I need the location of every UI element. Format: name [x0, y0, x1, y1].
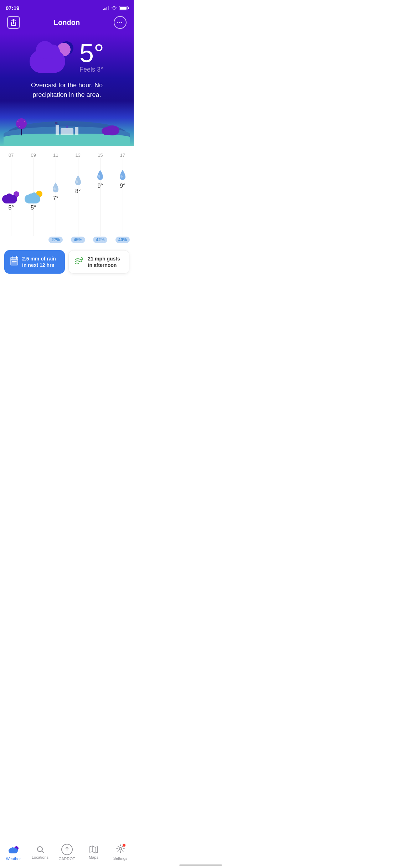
- signal-icon: [103, 6, 109, 10]
- hero-section: 5° Feels 3° Overcast for the hour. No pr…: [0, 33, 134, 146]
- raindrop-icon-15: [95, 169, 105, 182]
- wind-card-text: 21 mph gusts in afternoon: [88, 255, 124, 268]
- hour-column-07: 07 5°: [0, 150, 22, 246]
- weather-icon: [30, 41, 72, 73]
- raindrop-icon-11: [51, 182, 61, 195]
- hour-label: 17: [120, 150, 125, 158]
- temperature-value: 5°: [79, 40, 104, 66]
- temperature-block: 5° Feels 3°: [79, 40, 104, 73]
- raindrop-icon-13: [73, 175, 83, 187]
- hour-column-11: 11 7° 27%: [45, 150, 67, 246]
- rain-card-text: 2.5 mm of rain in next 12 hrs: [22, 255, 59, 268]
- raindrop-icon-17: [118, 169, 128, 182]
- precip-15: 42%: [93, 237, 107, 243]
- status-icons: [103, 5, 128, 11]
- hour-label: 15: [98, 150, 103, 158]
- info-cards: 2.5 mm of rain in next 12 hrs 21 mph gus…: [0, 246, 134, 278]
- hour-temp-15: 9°: [98, 183, 103, 189]
- hour-temp-09: 5°: [31, 205, 36, 211]
- status-bar: 07:19: [0, 0, 134, 13]
- hour-column-17: 17 9° 40%: [112, 150, 134, 246]
- svg-rect-4: [11, 257, 18, 265]
- more-icon: •••: [117, 21, 123, 25]
- landscape-illustration: • • •: [11, 110, 123, 146]
- rain-card-icon: [10, 256, 19, 268]
- hour-label: 07: [9, 150, 14, 158]
- battery-icon: [119, 6, 128, 10]
- hour-temp-17: 9°: [120, 183, 125, 189]
- share-button[interactable]: [7, 16, 20, 29]
- hour-column-15: 15 9° 42%: [89, 150, 112, 246]
- feels-like: Feels 3°: [79, 66, 104, 73]
- weather-main: 5° Feels 3°: [11, 40, 123, 73]
- hourly-chart: 07 5° 09: [0, 146, 134, 246]
- precip-17: 40%: [115, 237, 130, 243]
- precip-11: 27%: [48, 237, 63, 243]
- hour-temp-13: 8°: [75, 188, 81, 195]
- weather-description: Overcast for the hour. No precipitation …: [11, 81, 123, 107]
- wind-card-icon: [74, 257, 84, 267]
- hour-column-13: 13 8° 45%: [67, 150, 89, 246]
- hourly-section[interactable]: 07 5° 09: [0, 146, 134, 278]
- cloud-icon: [30, 50, 65, 73]
- wifi-icon: [111, 5, 117, 11]
- app-header: London •••: [0, 13, 134, 33]
- city-title: London: [54, 19, 80, 27]
- tree-left-icon: • • •: [16, 118, 27, 135]
- precip-13: 45%: [71, 237, 85, 243]
- bush-right-icon: [105, 125, 119, 135]
- factory-icon: [56, 125, 78, 135]
- hour-temp-07: 5°: [9, 205, 14, 211]
- hour-temp-11: 7°: [53, 195, 58, 202]
- hour-column-09: 09 5°: [22, 150, 45, 246]
- hour-label: 09: [31, 150, 36, 158]
- status-time: 07:19: [6, 5, 19, 11]
- hour-label: 11: [53, 150, 58, 158]
- more-button[interactable]: •••: [114, 16, 127, 29]
- wind-card[interactable]: 21 mph gusts in afternoon: [68, 250, 130, 274]
- rain-card[interactable]: 2.5 mm of rain in next 12 hrs: [4, 250, 65, 274]
- hour-label: 13: [76, 150, 81, 158]
